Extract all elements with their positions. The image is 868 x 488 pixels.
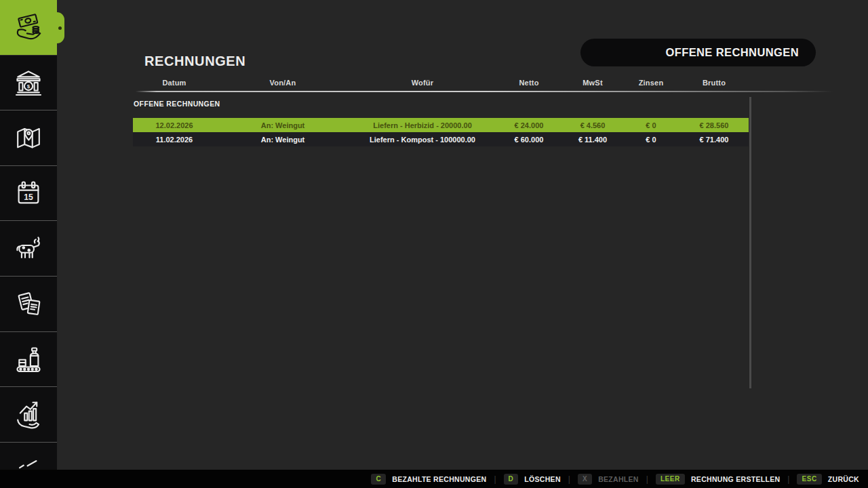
column-header-mwst: MwSt: [563, 79, 623, 87]
svg-text:15: 15: [24, 192, 33, 202]
calendar-icon: 15: [13, 178, 44, 209]
key-badge-x: X: [578, 474, 592, 485]
shortcut-back[interactable]: ESC ZURÜCK: [797, 474, 859, 485]
sidebar-item-statistics[interactable]: [0, 387, 57, 443]
money-hand-icon: [13, 12, 44, 43]
cell-zinsen: € 0: [623, 121, 679, 129]
keyboard-shortcut-bar: C BEZAHLTE RECHNUNGEN | D LÖSCHEN | X BE…: [0, 470, 868, 488]
cell-datum: 12.02.2026: [133, 121, 216, 129]
invoices-screen: $ 15: [0, 0, 868, 488]
sidebar-item-contracts[interactable]: [0, 277, 57, 332]
cell-brutto: € 28.560: [679, 121, 749, 129]
cell-vonan: An: Weingut: [216, 121, 350, 129]
sidebar-nav: $ 15: [0, 0, 57, 470]
cell-mwst: € 4.560: [563, 121, 623, 129]
table-header-row: Datum Von/An Wofür Netto MwSt Zinsen Bru…: [133, 79, 749, 87]
shortcut-pay: X BEZAHLEN: [578, 474, 639, 485]
key-badge-esc: ESC: [797, 474, 821, 485]
invoice-list: 12.02.2026 An: Weingut Liefern - Herbizi…: [133, 118, 749, 146]
column-header-netto: Netto: [495, 79, 563, 87]
sidebar-item-bank[interactable]: $: [0, 56, 57, 111]
column-header-datum: Datum: [133, 79, 216, 87]
production-icon: [13, 344, 44, 375]
cell-datum: 11.02.2026: [133, 136, 216, 144]
cell-netto: € 60.000: [495, 136, 563, 144]
cell-wofuer: Liefern - Kompost - 100000.00: [350, 136, 495, 144]
shortcut-create-invoice[interactable]: LEER RECHNUNG ERSTELLEN: [656, 474, 780, 485]
cell-mwst: € 11.400: [563, 136, 623, 144]
open-invoices-filter-button[interactable]: OFFENE RECHNUNGEN: [580, 39, 816, 66]
key-badge-space: LEER: [656, 474, 685, 485]
page-title: RECHNUNGEN: [144, 54, 245, 69]
cell-netto: € 24.000: [495, 121, 563, 129]
cell-brutto: € 71.400: [679, 136, 749, 144]
divider: |: [494, 474, 496, 484]
svg-text:$: $: [27, 83, 31, 89]
active-tab-dot: [58, 26, 62, 30]
divider: |: [568, 474, 570, 484]
map-icon: [13, 122, 44, 153]
cell-vonan: An: Weingut: [216, 136, 350, 144]
sidebar-item-finances[interactable]: [0, 0, 57, 56]
statistics-icon: [13, 399, 44, 430]
key-badge-d: D: [504, 474, 519, 485]
column-header-zinsen: Zinsen: [623, 79, 679, 87]
column-header-vonan: Von/An: [216, 79, 350, 87]
cell-zinsen: € 0: [623, 136, 679, 144]
key-badge-c: C: [371, 474, 386, 485]
sidebar-item-map[interactable]: [0, 110, 57, 166]
cell-wofuer: Liefern - Herbizid - 20000.00: [350, 121, 495, 129]
table-row[interactable]: 12.02.2026 An: Weingut Liefern - Herbizi…: [133, 118, 749, 132]
shortcut-delete[interactable]: D LÖSCHEN: [504, 474, 561, 485]
divider: |: [787, 474, 789, 484]
scrollbar[interactable]: [749, 97, 751, 388]
table-row[interactable]: 11.02.2026 An: Weingut Liefern - Kompost…: [133, 132, 749, 146]
column-header-wofuer: Wofür: [350, 79, 495, 87]
sidebar-item-animals[interactable]: [0, 221, 57, 277]
column-header-brutto: Brutto: [679, 79, 749, 87]
sidebar-item-calendar[interactable]: 15: [0, 166, 57, 222]
sidebar-item-production[interactable]: [0, 332, 57, 388]
documents-icon: [13, 288, 44, 319]
bank-icon: $: [13, 67, 44, 98]
cow-icon: [13, 233, 44, 264]
shortcut-paid-invoices[interactable]: C BEZAHLTE RECHNUNGEN: [371, 474, 486, 485]
table-header-underline: [136, 91, 833, 92]
section-label-open-invoices: OFFENE RECHNUNGEN: [134, 100, 220, 108]
divider: |: [646, 474, 648, 484]
